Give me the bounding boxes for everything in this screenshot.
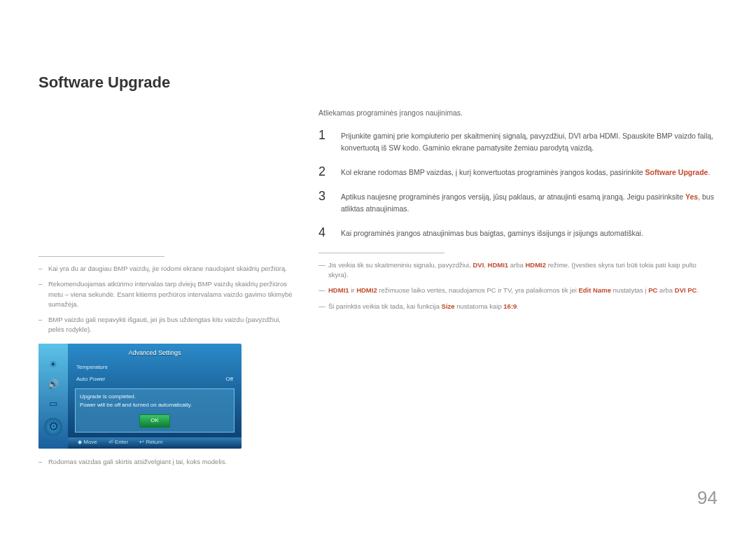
note-text: HDMI1 ir HDMI2 režimuose laiko vertės, n…	[328, 286, 699, 295]
step-text: Kai programinės įrangos atnaujinimas bus…	[341, 226, 718, 240]
osd-dialog: Upgrade is completed. Power will be off …	[75, 388, 234, 433]
page-title: Software Upgrade	[38, 70, 718, 94]
brightness-icon: ☀	[47, 359, 59, 372]
note-text: Rekomenduojamas atkūrimo intervalas tarp…	[48, 279, 298, 309]
note-item: –BMP vaizdo gali nepavykti išgauti, jei …	[38, 315, 298, 335]
osd-row: Auto PowerOff	[76, 374, 233, 386]
right-column: Atliekamas programinės įrangos naujinima…	[318, 107, 718, 472]
step-text: Kol ekrane rodomas BMP vaizdas, į kurį k…	[341, 165, 718, 179]
osd-row: Temperature	[76, 362, 233, 374]
note-item: ― Jis veikia tik su skaitmeniniu signalu…	[318, 260, 718, 281]
divider	[38, 256, 164, 257]
left-column: –Kai yra du ar daugiau BMP vaizdų, jie r…	[38, 107, 298, 472]
note-item: ― Ši parinktis veikia tik tada, kai funk…	[318, 302, 718, 311]
note-item: –Rekomenduojamas atkūrimo intervalas tar…	[38, 279, 298, 309]
note-text: Rodomas vaizdas gali skirtis atsižvelgia…	[48, 457, 227, 467]
note-item: ― HDMI1 ir HDMI2 režimuose laiko vertės,…	[318, 286, 718, 295]
step-number: 2	[318, 165, 328, 179]
osd-footer: ◆ Move ⏎ Enter ↩ Return	[68, 437, 241, 449]
step-number: 1	[318, 129, 328, 154]
step-number: 4	[318, 226, 328, 240]
step-text: Prijunkite gaminį prie kompiuterio per s…	[341, 129, 718, 154]
ok-button[interactable]: OK	[139, 414, 170, 428]
step-row: 3 Aptikus naujesnę programinės įrangos v…	[318, 190, 718, 215]
step-row: 4 Kai programinės įrangos atnaujinimas b…	[318, 226, 718, 240]
note-text: Jis veikia tik su skaitmeniniu signalu, …	[328, 260, 718, 281]
osd-title: Advanced Settings	[68, 344, 241, 360]
step-row: 1 Prijunkite gaminį prie kompiuterio per…	[318, 129, 718, 154]
note-item: –Kai yra du ar daugiau BMP vaizdų, jie r…	[38, 264, 298, 274]
intro-line: Atliekamas programinės įrangos naujinima…	[318, 107, 718, 119]
step-row: 2 Kol ekrane rodomas BMP vaizdas, į kurį…	[318, 165, 718, 179]
highlight-text: Yes	[685, 192, 698, 201]
step-number: 3	[318, 190, 328, 215]
note-text: Kai yra du ar daugiau BMP vaizdų, jie ro…	[48, 264, 287, 274]
osd-dialog-line: Upgrade is completed.	[80, 393, 230, 402]
step-text: Aptikus naujesnę programinės įrangos ver…	[341, 190, 718, 215]
highlight-text: Software Upgrade	[645, 168, 708, 176]
gear-icon: ⚙	[44, 418, 62, 436]
osd-dialog-line: Power will be off and turned on automati…	[80, 401, 230, 410]
divider	[318, 253, 444, 253]
volume-icon: 🔊	[47, 379, 59, 391]
note-text: Ši parinktis veikia tik tada, kai funkci…	[328, 302, 519, 311]
note-text: BMP vaizdo gali nepavykti išgauti, jei j…	[48, 315, 298, 335]
tv-icon: ▭	[47, 398, 59, 411]
page-number: 94	[697, 484, 718, 513]
note-item: –Rodomas vaizdas gali skirtis atsižvelgi…	[38, 457, 298, 467]
osd-screenshot: ☀ 🔊 ▭ ⚙ Advanced Settings Temperature Au…	[38, 344, 241, 449]
